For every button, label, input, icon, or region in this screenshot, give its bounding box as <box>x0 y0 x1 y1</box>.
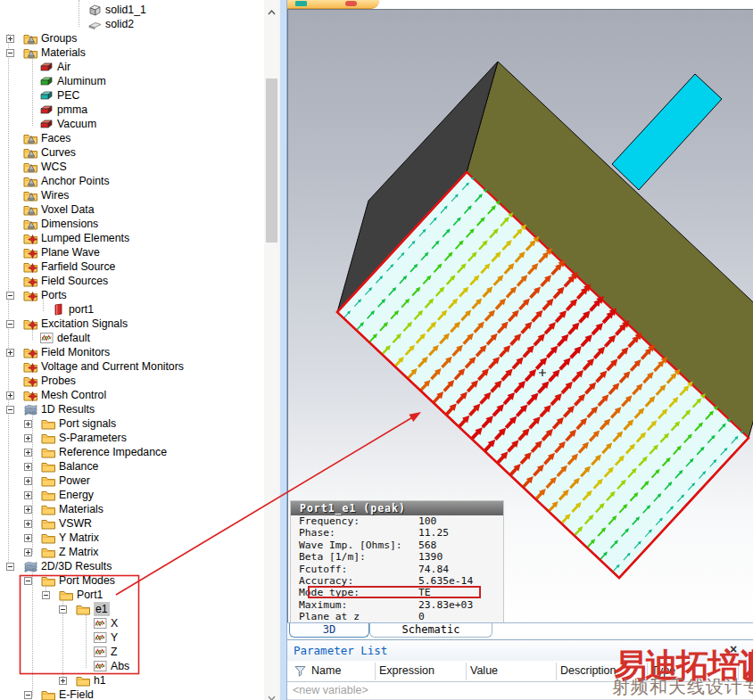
tree-item-materials[interactable]: Materials <box>0 45 264 60</box>
tree-item-port1[interactable]: port1 <box>0 302 264 317</box>
column-header-description[interactable]: Description <box>560 664 616 677</box>
tree-item-y[interactable]: Y <box>0 630 264 645</box>
tree-item-h1[interactable]: h1 <box>0 673 264 688</box>
tree-item-farfield-source[interactable]: Farfield Source <box>0 259 264 274</box>
tree-item-label: Y Matrix <box>59 531 99 545</box>
expand-toggle[interactable] <box>6 292 14 300</box>
tree-item-solid2[interactable]: solid2 <box>0 17 264 31</box>
tree-item-groups[interactable]: Groups <box>0 31 264 45</box>
tree-item-air[interactable]: Air <box>0 60 264 74</box>
tree-item-s-parameters[interactable]: S-Parameters <box>0 431 264 445</box>
results-stack-icon <box>23 560 38 572</box>
expand-toggle[interactable] <box>24 520 32 528</box>
expand-toggle[interactable] <box>24 548 32 556</box>
tree-item-solid1-1[interactable]: solid1_1 <box>0 3 264 17</box>
tree-item-faces[interactable]: Faces <box>0 131 264 145</box>
expand-toggle[interactable] <box>24 477 32 485</box>
tree-item-2d-3d-results[interactable]: 2D/3D Results <box>0 559 264 573</box>
tree-item-port-modes[interactable]: Port Modes <box>0 573 264 588</box>
folder-icon <box>41 474 56 487</box>
tree-item-materials[interactable]: Materials <box>0 502 264 516</box>
column-header-name[interactable]: Name <box>311 664 341 677</box>
new-variable-row[interactable]: <new variable> <box>287 682 753 700</box>
expand-toggle[interactable] <box>24 434 32 442</box>
expand-toggle[interactable] <box>6 49 14 57</box>
tree-item-anchor-points[interactable]: Anchor Points <box>0 174 264 188</box>
tree-item-curves[interactable]: Curves <box>0 145 264 160</box>
expand-toggle[interactable] <box>6 406 14 414</box>
tree-item-probes[interactable]: Probes <box>0 374 264 388</box>
tree-item-vacuum[interactable]: Vacuum <box>0 117 264 131</box>
filter-icon[interactable] <box>294 665 307 679</box>
expand-toggle[interactable] <box>24 691 32 699</box>
tree-item-default[interactable]: default <box>0 331 264 345</box>
tree-item-z[interactable]: Z <box>0 645 264 659</box>
tab-3d[interactable]: 3D <box>289 623 369 638</box>
tree-item-wcs[interactable]: WCS <box>0 160 264 174</box>
tree-item-aluminum[interactable]: Aluminum <box>0 74 264 88</box>
tree-item-energy[interactable]: Energy <box>0 488 264 502</box>
column-header-expression[interactable]: Expression <box>379 664 434 677</box>
scrollbar-thumb[interactable] <box>266 78 277 243</box>
panel-splitter[interactable] <box>279 0 287 700</box>
parameter-list-header: Name Expression Value Description Type <box>287 661 753 682</box>
expand-toggle[interactable] <box>6 391 14 399</box>
tree-item-y-matrix[interactable]: Y Matrix <box>0 531 264 545</box>
tree-item-vswr[interactable]: VSWR <box>0 516 264 531</box>
tree-item-mesh-control[interactable]: Mesh Control <box>0 388 264 402</box>
expand-toggle[interactable] <box>24 534 32 542</box>
tree-scrollbar[interactable] <box>264 0 279 700</box>
tree-item-dimensions[interactable]: Dimensions <box>0 217 264 231</box>
source-folder-icon <box>23 289 38 301</box>
tree-item-abs[interactable]: Abs <box>0 659 264 673</box>
tree-item-1d-results[interactable]: 1D Results <box>0 402 264 416</box>
tree-item-balance[interactable]: Balance <box>0 459 264 474</box>
column-header-value[interactable]: Value <box>470 664 498 677</box>
expand-toggle[interactable] <box>6 35 14 43</box>
tree-item-plane-wave[interactable]: Plane Wave <box>0 245 264 259</box>
tree-item-z-matrix[interactable]: Z Matrix <box>0 545 264 559</box>
expand-toggle[interactable] <box>24 463 32 471</box>
expand-toggle[interactable] <box>6 563 14 571</box>
expand-toggle[interactable] <box>59 605 67 614</box>
folder-icon <box>41 489 56 501</box>
expand-toggle[interactable] <box>24 491 32 499</box>
close-icon[interactable]: × <box>726 642 741 656</box>
tree-item-field-monitors[interactable]: Field Monitors <box>0 345 264 359</box>
tree-item-reference-impedance[interactable]: Reference Impedance <box>0 445 264 459</box>
tree-item-pec[interactable]: PEC <box>0 88 264 103</box>
tree-item-lumped-elements[interactable]: Lumped Elements <box>0 231 264 245</box>
tree-item-ports[interactable]: Ports <box>0 288 264 302</box>
tree-item-x[interactable]: X <box>0 616 264 630</box>
tree-item-voltage-and-current-monitors[interactable]: Voltage and Current Monitors <box>0 359 264 374</box>
expand-toggle[interactable] <box>24 449 32 457</box>
expand-toggle[interactable] <box>24 506 32 514</box>
tree-item-field-sources[interactable]: Field Sources <box>0 274 264 288</box>
expand-toggle[interactable] <box>6 349 14 357</box>
tree-item-pmma[interactable]: pmma <box>0 103 264 117</box>
expand-toggle[interactable] <box>24 420 32 428</box>
tab-schematic[interactable]: Schematic <box>369 623 492 638</box>
expand-toggle[interactable] <box>24 577 32 585</box>
tree-item-excitation-signals[interactable]: Excitation Signals <box>0 317 264 331</box>
tree-item-port-signals[interactable]: Port signals <box>0 416 264 431</box>
tree-item-label: Energy <box>59 488 94 502</box>
material-icon <box>39 103 54 116</box>
tree-item-wires[interactable]: Wires <box>0 188 264 202</box>
tree-item-power[interactable]: Power <box>0 474 264 488</box>
scroll-down-icon[interactable] <box>268 689 276 696</box>
expand-toggle[interactable] <box>59 677 67 685</box>
navigation-tree[interactable]: solid1_1solid2GroupsMaterialsAirAluminum… <box>0 0 264 700</box>
column-header-type[interactable]: Type <box>651 664 675 677</box>
group-folder-icon <box>23 161 38 173</box>
tree-item-e1[interactable]: e1 <box>0 602 264 616</box>
source-folder-icon <box>23 360 38 373</box>
3d-viewport[interactable]: Port1_e1 (peak) Frequency:100Phase:11.25… <box>287 9 753 622</box>
expand-toggle[interactable] <box>42 591 50 599</box>
tree-item-e-field[interactable]: E-Field <box>0 688 264 700</box>
tree-item-label: pmma <box>57 103 87 117</box>
tree-item-voxel-data[interactable]: Voxel Data <box>0 202 264 217</box>
expand-toggle[interactable] <box>6 320 14 328</box>
scroll-up-icon[interactable] <box>268 4 276 11</box>
tree-item-port1[interactable]: Port1 <box>0 588 264 602</box>
